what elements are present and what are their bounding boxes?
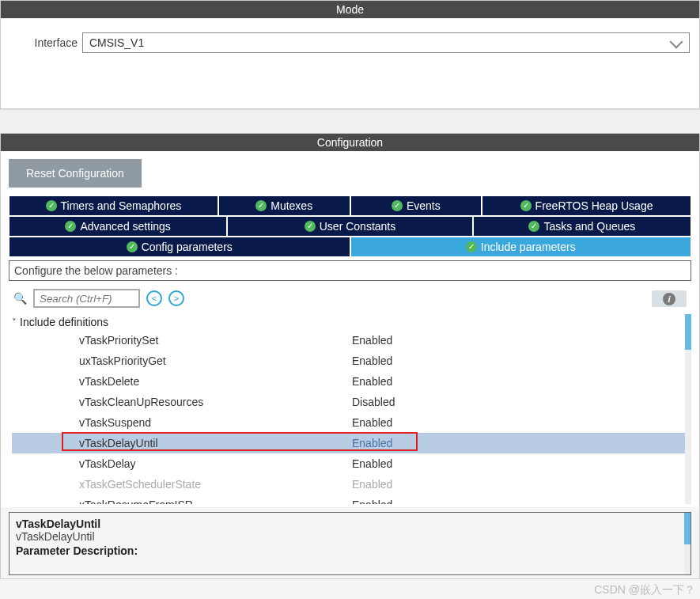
check-icon: ✓: [392, 200, 403, 211]
tab-advanced-settings[interactable]: ✓Advanced settings: [9, 216, 227, 237]
tab-timers-semaphores[interactable]: ✓Timers and Semaphores: [9, 195, 218, 216]
configuration-header: Configuration: [1, 134, 699, 151]
check-icon: ✓: [520, 200, 532, 211]
info-button[interactable]: i: [652, 290, 687, 307]
tabs-row-3: ✓Config parameters ✓Include parameters: [9, 237, 691, 257]
tab-config-parameters[interactable]: ✓Config parameters: [9, 237, 350, 257]
param-row[interactable]: vTaskDelayUntilEnabled: [12, 433, 688, 453]
param-name: xTaskGetSchedulerState: [12, 478, 352, 491]
param-row[interactable]: uxTaskPriorityGetEnabled: [12, 351, 688, 371]
check-icon: ✓: [127, 241, 138, 252]
param-row[interactable]: vTaskCleanUpResourcesDisabled: [12, 392, 688, 412]
params-list[interactable]: ˅ Include definitions vTaskPrioritySetEn…: [9, 314, 691, 504]
chevron-down-icon: ˅: [12, 317, 17, 328]
check-icon: ✓: [528, 221, 539, 232]
check-icon: ✓: [305, 221, 316, 232]
search-icon: 🔍: [13, 292, 27, 305]
check-icon: ✓: [46, 200, 57, 211]
tab-include-parameters[interactable]: ✓Include parameters: [350, 237, 692, 257]
param-name: vTaskCleanUpResources: [12, 396, 352, 408]
interface-value: CMSIS_V1: [89, 36, 144, 49]
param-value: Enabled: [352, 499, 392, 504]
search-input[interactable]: [33, 289, 140, 308]
param-value: Enabled: [352, 416, 392, 429]
param-name: xTaskResumeFromISR: [12, 499, 352, 504]
description-title: vTaskDelayUntil: [16, 517, 684, 530]
param-row[interactable]: vTaskPrioritySetEnabled: [12, 330, 688, 351]
tab-events[interactable]: ✓Events: [350, 195, 482, 216]
scrollbar[interactable]: [684, 513, 691, 574]
scrollbar[interactable]: [685, 314, 691, 504]
param-name: vTaskPrioritySet: [12, 334, 352, 347]
param-row[interactable]: xTaskResumeFromISREnabled: [12, 495, 688, 504]
param-name: vTaskDelete: [12, 375, 352, 388]
tab-user-constants[interactable]: ✓User Constants: [227, 216, 473, 237]
param-value: Enabled: [352, 334, 392, 347]
tabs-row-1: ✓Timers and Semaphores ✓Mutexes ✓Events …: [9, 195, 691, 216]
configure-label: Configure the below parameters :: [9, 260, 691, 281]
description-box: vTaskDelayUntil vTaskDelayUntil Paramete…: [9, 512, 691, 575]
param-value: Enabled: [352, 354, 392, 367]
param-name: vTaskDelayUntil: [12, 437, 352, 449]
description-subtitle: vTaskDelayUntil: [16, 530, 684, 543]
param-group-header[interactable]: ˅ Include definitions: [12, 314, 688, 330]
interface-select[interactable]: CMSIS_V1: [82, 32, 690, 53]
param-row[interactable]: vTaskDelayEnabled: [12, 453, 688, 474]
param-value: Enabled: [352, 375, 392, 388]
mode-header: Mode: [1, 1, 699, 18]
param-value: Enabled: [352, 437, 392, 449]
param-value: Disabled: [352, 396, 395, 408]
interface-label: Interface: [10, 36, 78, 49]
param-row[interactable]: vTaskSuspendEnabled: [12, 412, 688, 433]
param-name: uxTaskPriorityGet: [12, 354, 352, 367]
param-row[interactable]: xTaskGetSchedulerStateEnabled: [12, 474, 688, 495]
tab-mutexes[interactable]: ✓Mutexes: [218, 195, 350, 216]
param-value: Enabled: [352, 478, 392, 491]
parameter-description-heading: Parameter Description:: [16, 544, 684, 557]
param-name: vTaskDelay: [12, 457, 352, 470]
tabs-row-2: ✓Advanced settings ✓User Constants ✓Task…: [9, 216, 691, 237]
info-icon: i: [663, 293, 675, 305]
tab-tasks-queues[interactable]: ✓Tasks and Queues: [473, 216, 691, 237]
check-icon: ✓: [65, 221, 76, 232]
check-icon: ✓: [466, 241, 477, 252]
tab-heap-usage[interactable]: ✓FreeRTOS Heap Usage: [482, 195, 691, 216]
reset-config-button[interactable]: Reset Configuration: [9, 159, 142, 188]
nav-next-button[interactable]: >: [168, 290, 184, 306]
nav-prev-button[interactable]: <: [146, 290, 162, 306]
param-row[interactable]: vTaskDeleteEnabled: [12, 371, 688, 392]
param-value: Enabled: [352, 457, 392, 470]
param-name: vTaskSuspend: [12, 416, 352, 429]
check-icon: ✓: [255, 200, 267, 211]
